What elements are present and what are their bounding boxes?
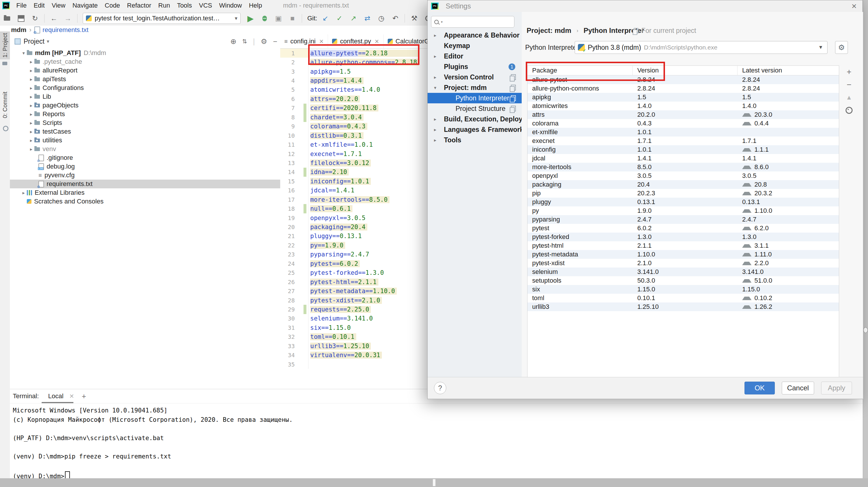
package-row-selenium[interactable]: selenium3.141.03.141.0 [527,267,839,276]
menu-run[interactable]: Run [155,0,173,11]
interpreter-select[interactable]: Python 3.8 (mdm) D:\mdm\Scripts\python.e… [575,41,828,54]
debug-icon[interactable] [260,14,269,23]
chevron-collapsed-icon[interactable]: ▸ [28,76,34,82]
cancel-button[interactable]: Cancel [782,382,814,394]
package-row-pytest-forked[interactable]: pytest-forked1.3.01.3.0 [527,233,839,241]
close-icon[interactable]: × [851,1,857,11]
tree-folder-Scripts[interactable]: ▸Scripts [10,119,280,127]
chevron-expanded-icon[interactable]: ▾ [434,85,436,91]
menu-help[interactable]: Help [245,0,265,11]
tree-folder-Reports[interactable]: ▸Reports [10,110,280,119]
package-row-pytest[interactable]: pytest6.0.26.2.0 [527,224,839,233]
chevron-collapsed-icon[interactable]: ▸ [28,138,34,143]
new-terminal-icon[interactable]: + [82,392,86,401]
tree-folder-venv[interactable]: ▸venv [10,145,280,153]
settings-breadcrumb-project[interactable]: Project: mdm [527,27,571,35]
git-push-icon[interactable]: ↗ [349,14,358,23]
git-compare-icon[interactable]: ⇄ [363,14,372,23]
tree-root[interactable]: ▾mdm [HP_ATF]D:\mdm [10,48,280,57]
menu-refactor[interactable]: Refactor [124,0,155,11]
settings-tree-item-keymap[interactable]: Keymap [428,40,522,51]
chevron-collapsed-icon[interactable]: ▸ [434,137,436,143]
tree-file-pyvenv.cfg[interactable]: ≡pyvenv.cfg [10,171,280,180]
locate-file-icon[interactable]: ⊕ [230,37,237,46]
rollback-icon[interactable]: ↶ [391,14,400,23]
tool-window-project-button[interactable]: 1: Project [0,31,10,59]
chevron-collapsed-icon[interactable]: ▸ [28,129,34,134]
run-icon[interactable]: ▶ [246,14,255,23]
tree-external-libraries[interactable]: ▸External Libraries [10,188,280,197]
history-icon[interactable]: ◷ [377,14,386,23]
package-row-openpyxl[interactable]: openpyxl3.0.53.0.5 [527,171,839,180]
open-icon[interactable] [3,14,11,23]
interpreter-settings-gear-button[interactable]: ⚙ [835,41,848,54]
settings-tree-item-editor[interactable]: ▸Editor [428,51,522,61]
git-update-icon[interactable]: ↙ [321,14,330,23]
menu-tools[interactable]: Tools [174,0,195,11]
package-row-apipkg[interactable]: apipkg1.51.5 [527,93,839,102]
breadcrumb-project[interactable]: mdm [11,26,27,34]
package-row-allure-python-commons[interactable]: allure-python-commons2.8.242.8.24 [527,84,839,93]
package-row-jdcal[interactable]: jdcal1.4.11.4.1 [527,154,839,163]
chevron-collapsed-icon[interactable]: ▸ [28,111,34,117]
chevron-collapsed-icon[interactable]: ▸ [28,103,34,108]
chevron-expanded-icon[interactable]: ▾ [21,51,27,56]
menu-vcs[interactable]: VCS [195,0,216,11]
breadcrumb-file[interactable]: requirements.txt [42,26,89,34]
close-icon[interactable]: ✕ [319,38,324,45]
tree-folder-testCases[interactable]: ▸testCases [10,127,280,136]
coverage-icon[interactable]: ▣ [274,14,283,23]
chevron-collapsed-icon[interactable]: ▸ [28,85,34,91]
menu-file[interactable]: File [13,0,30,11]
close-icon[interactable]: ✕ [375,38,379,45]
settings-title-bar[interactable]: PC Settings × [428,0,863,12]
package-row-atomicwrites[interactable]: atomicwrites1.4.01.4.0 [527,102,839,110]
settings-tree-item-project-structure[interactable]: Project Structure [428,103,522,114]
chevron-collapsed-icon[interactable]: ▸ [28,94,34,100]
package-row-py[interactable]: py1.9.01.10.0 [527,206,839,215]
project-panel-title[interactable]: Project [24,37,44,45]
package-row-et-xmlfile[interactable]: et-xmlfile1.0.1 [527,128,839,136]
chevron-collapsed-icon[interactable]: ▸ [434,127,436,132]
save-icon[interactable] [17,14,25,23]
settings-tree-item-version-control[interactable]: ▸Version Control [428,72,522,83]
settings-tree-item-build-execution-deployment[interactable]: ▸Build, Execution, Deployment [428,114,522,124]
menu-code[interactable]: Code [101,0,124,11]
run-configuration-select[interactable]: pytest for test_login.TestAuthorization.… [83,13,241,24]
menu-navigate[interactable]: Navigate [69,0,101,11]
menu-edit[interactable]: Edit [30,0,48,11]
forward-icon[interactable]: → [63,14,72,23]
package-row-pytest-xdist[interactable]: pytest-xdist2.1.02.2.0 [527,259,839,267]
settings-tree-item-plugins[interactable]: Plugins1 [428,61,522,72]
package-row-toml[interactable]: toml0.10.10.10.2 [527,294,839,302]
ok-button[interactable]: OK [744,382,775,394]
package-row-setuptools[interactable]: setuptools50.3.051.0.0 [527,276,839,285]
chevron-collapsed-icon[interactable]: ▸ [434,54,436,59]
package-row-execnet[interactable]: execnet1.7.11.7.1 [527,136,839,145]
terminal-tab-local[interactable]: Local [46,389,65,403]
bottom-scrollbar-thumb[interactable] [433,479,435,486]
package-row-packaging[interactable]: packaging20.420.8 [527,180,839,189]
tree-folder-Configurations[interactable]: ▸Configurations [10,84,280,92]
settings-tree-item-project-mdm[interactable]: ▾Project: mdm [428,83,522,93]
package-row-colorama[interactable]: colorama0.4.30.4.4 [527,119,839,128]
package-row-six[interactable]: six1.15.01.15.0 [527,285,839,294]
back-icon[interactable]: ← [50,14,58,23]
tool-window-commit-button[interactable]: 0: Commit [0,87,10,122]
package-row-pytest-metadata[interactable]: pytest-metadata1.10.01.11.0 [527,250,839,259]
tree-folder-pageObjects[interactable]: ▸pageObjects [10,101,280,110]
settings-tree-item-languages-frameworks[interactable]: ▸Languages & Frameworks [428,124,522,135]
package-row-pip[interactable]: pip20.2.320.3.2 [527,189,839,198]
package-row-pluggy[interactable]: pluggy0.13.10.13.1 [527,198,839,206]
tree-folder-apiTests[interactable]: ▸apiTests [10,75,280,84]
tree-folder-utilities[interactable]: ▸utilities [10,136,280,145]
settings-tree-item-appearance-behavior[interactable]: ▸Appearance & Behavior [428,30,522,40]
package-row-urllib3[interactable]: urllib31.25.101.26.2 [527,302,839,311]
column-latest-version[interactable]: Latest version [738,66,839,75]
chevron-collapsed-icon[interactable]: ▸ [28,68,34,73]
collapse-all-icon[interactable]: ⇅ [242,38,247,45]
hide-panel-icon[interactable]: − [273,37,277,46]
sync-icon[interactable]: ↻ [31,14,39,23]
apply-button[interactable]: Apply [821,382,852,394]
uninstall-package-icon[interactable]: − [847,78,851,91]
